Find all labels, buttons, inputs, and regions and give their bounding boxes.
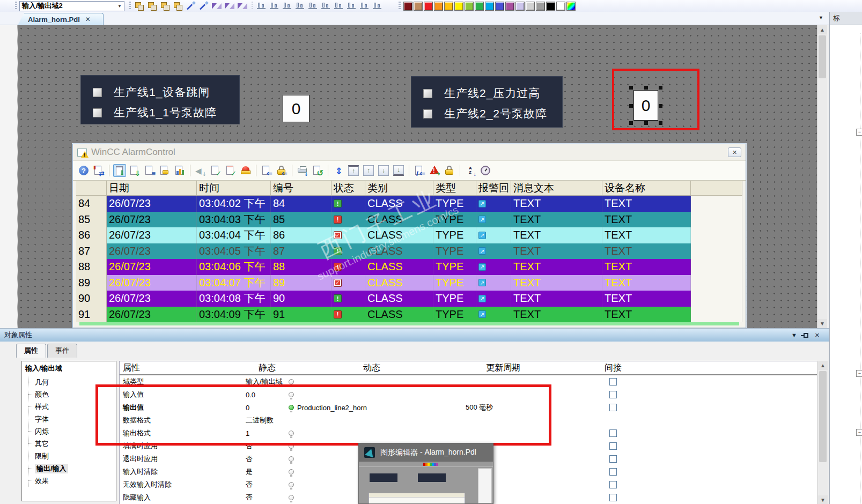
tab-events[interactable]: 事件	[47, 344, 77, 358]
selection-handle[interactable]	[644, 121, 648, 125]
align-right-icon[interactable]	[268, 1, 280, 11]
color-swatch-15[interactable]	[556, 2, 565, 11]
same-width-icon[interactable]	[358, 1, 370, 11]
property-static-value[interactable]: 0.0	[246, 391, 289, 399]
design-canvas[interactable]: 生产线1_设备跳闸 生产线1_1号泵故障 0 生产线2_压力过高 生产线2_2号…	[18, 25, 817, 328]
alarm-row-88[interactable]: 8826/07/2303:04:06 下午88!CLASSTYPE↗TEXTTE…	[76, 259, 742, 275]
horn-mute-icon[interactable]: ◀⇣	[194, 164, 207, 177]
alarmcontrol-titlebar[interactable]: WinCC AlarmControl ✕	[73, 144, 746, 160]
property-static-value[interactable]: 二进制数	[246, 416, 289, 425]
property-static-value[interactable]: 否	[246, 441, 289, 451]
lock-messages-icon[interactable]	[443, 164, 456, 177]
ack-comment-icon[interactable]: ↗	[478, 263, 486, 271]
archive-list-icon[interactable]: ≡	[143, 164, 156, 177]
update-archive-icon[interactable]: ⇓	[128, 164, 141, 177]
ack-comment-icon[interactable]: ↗	[478, 216, 486, 223]
ack-comment-icon[interactable]: ↗	[478, 200, 486, 207]
mirror-x-icon[interactable]	[211, 1, 223, 11]
tree-item-效果[interactable]: 效果	[28, 475, 116, 487]
property-row-输出值[interactable]: 输出值0Production_line2_horn500 毫秒	[120, 401, 817, 414]
custom-color-icon[interactable]	[566, 2, 576, 11]
scrollbar-thumb[interactable]	[819, 371, 827, 462]
color-swatch-6[interactable]	[465, 2, 474, 11]
wincc-alarmcontrol-window[interactable]: WinCC AlarmControl ✕ ?▮⇄⇓⇓≡◀⇣✓✓⇐⇐⇣↺⇕↑↑↓↓…	[72, 144, 746, 328]
tab-alarm-horn[interactable]: Alarm_horn.Pdl ✕	[18, 13, 104, 25]
center-horizontal-icon[interactable]	[307, 1, 319, 11]
tree-item-闪烁[interactable]: 闪烁	[28, 425, 116, 438]
color-swatch-4[interactable]	[444, 2, 453, 11]
bulb-icon[interactable]	[289, 469, 294, 475]
toolbar-grip[interactable]	[15, 2, 17, 10]
update-start-icon[interactable]: ⇓	[113, 164, 126, 177]
panel-close-icon[interactable]: ✕	[815, 332, 820, 339]
layer-front-icon[interactable]	[134, 1, 145, 11]
property-row-数据格式[interactable]: 数据格式二进制数	[120, 414, 817, 427]
space-vertical-icon[interactable]	[345, 1, 357, 11]
color-swatch-9[interactable]	[495, 2, 504, 11]
alarm-row-91[interactable]: 9126/07/2303:04:09 下午91!CLASSTYPE↗TEXTTE…	[76, 307, 742, 323]
property-row-域类型[interactable]: 域类型输入/输出域	[120, 375, 817, 388]
property-dynamic-cell[interactable]	[289, 431, 455, 436]
indirect-checkbox[interactable]	[609, 391, 617, 398]
property-update-cycle[interactable]: 500 毫秒	[455, 403, 551, 412]
wand-small-icon[interactable]	[198, 1, 210, 11]
property-static-value[interactable]: 是	[246, 467, 289, 477]
scroll-up-arrow[interactable]: ▲	[817, 25, 827, 34]
rotate-icon[interactable]	[237, 1, 248, 11]
toolbar-grip[interactable]	[129, 2, 131, 10]
alarm-row-84[interactable]: 8426/07/2303:04:02 下午84!CLASSTYPE↗TEXTTE…	[76, 196, 742, 212]
checkbox-icon[interactable]	[93, 88, 102, 97]
tree-item-样式[interactable]: 样式	[28, 401, 116, 413]
thumbnail-titlebar[interactable]: 图形编辑器 - Alarm_horn.Pdl	[359, 443, 493, 462]
alarm-group-line1[interactable]: 生产线1_设备跳闸 生产线1_1号泵故障	[80, 75, 240, 124]
property-row-输出格式[interactable]: 输出格式1	[120, 427, 817, 440]
tree-item-字体[interactable]: 字体	[28, 413, 116, 425]
window-select-icon[interactable]: ▮⇄	[92, 164, 105, 177]
alarm-column-header[interactable]: 类别	[365, 181, 433, 196]
color-swatch-3[interactable]	[434, 2, 443, 11]
statistics-icon[interactable]	[173, 164, 186, 177]
space-horizontal-icon[interactable]	[333, 1, 344, 11]
property-dynamic-cell[interactable]: Production_line2_horn	[289, 404, 455, 412]
restore-icon[interactable]: ↺	[311, 164, 324, 177]
lock-list-icon[interactable]	[158, 164, 171, 177]
alarm-row-89[interactable]: 8926/07/2303:04:07 下午89✓CLASSTYPE↗TEXTTE…	[76, 275, 742, 291]
tab-list-dropdown-icon[interactable]: ▼	[819, 15, 823, 20]
sort-dialog-icon[interactable]: AZ↓	[464, 164, 477, 177]
tab-close-icon[interactable]: ✕	[85, 16, 91, 23]
wand-icon[interactable]	[185, 1, 197, 11]
alarm-table-header[interactable]: 日期时间编号状态类别类型报警回消息文本设备名称	[76, 181, 742, 196]
alarm-column-header[interactable]: 设备名称	[602, 181, 691, 196]
checkbox-icon[interactable]	[423, 89, 432, 98]
alarm-column-header[interactable]: 时间	[197, 181, 271, 196]
color-swatch-13[interactable]	[536, 2, 545, 11]
selection-handle[interactable]	[644, 86, 648, 90]
tree-item-限制[interactable]: 限制	[28, 450, 116, 462]
alarmcontrol-close-button[interactable]: ✕	[728, 147, 741, 157]
alarm-row-90[interactable]: 9026/07/2303:04:08 下午90!CLASSTYPE↗TEXTTE…	[76, 291, 742, 307]
scroll-down-arrow[interactable]: ▼	[817, 319, 827, 328]
alarm-column-header[interactable]: 日期	[107, 181, 197, 196]
thumbnail-editor-window[interactable]: 图形编辑器 - Alarm_horn.Pdl	[358, 443, 493, 504]
scroll-up-arrow[interactable]: ▲	[818, 361, 828, 370]
print-icon[interactable]: ⇣	[296, 164, 309, 177]
info-dialog-icon[interactable]: i⇐	[413, 164, 426, 177]
last-message-icon[interactable]: ↓	[392, 164, 405, 177]
property-static-value[interactable]: 1	[246, 429, 289, 438]
align-top-icon[interactable]	[281, 1, 293, 11]
time-base-icon[interactable]	[479, 164, 492, 177]
layer-up-icon[interactable]	[159, 1, 171, 11]
ack-comment-icon[interactable]: ↗	[478, 295, 486, 302]
align-left-icon[interactable]	[255, 1, 267, 11]
alarm-column-header[interactable]: 消息文本	[511, 181, 602, 196]
alarm-row-87[interactable]: 8726/07/2303:04:05 下午87!CLASSTYPE↗TEXTTE…	[76, 243, 742, 260]
indirect-checkbox[interactable]	[609, 494, 617, 501]
panel-pin-icon[interactable]	[804, 333, 808, 338]
indirect-checkbox[interactable]	[609, 468, 617, 476]
bulb-icon[interactable]	[289, 495, 294, 500]
property-static-value[interactable]: 否	[246, 493, 289, 502]
bulb-icon[interactable]	[289, 443, 294, 449]
panel-dropdown-icon[interactable]: ▼	[791, 332, 797, 338]
property-static-value[interactable]: 否	[246, 454, 289, 464]
tree-item-几何[interactable]: 几何	[28, 376, 116, 388]
